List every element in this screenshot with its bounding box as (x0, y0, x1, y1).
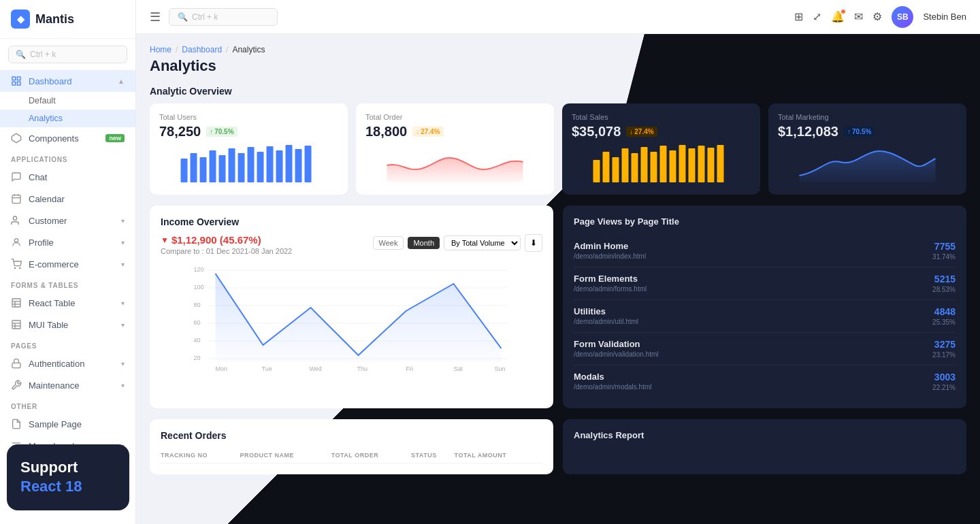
volume-select[interactable]: By Total Volume (444, 235, 521, 250)
section-forms: Forms & Tables (0, 275, 135, 292)
stat-value-sales: $35,078 (572, 124, 621, 140)
box-icon (11, 133, 22, 144)
week-button[interactable]: Week (373, 236, 404, 250)
sidebar-item-authentication[interactable]: Authentication ▾ (0, 353, 135, 374)
table2-icon (11, 319, 22, 330)
bottom-row: Recent Orders Tracking No Product Name T… (150, 419, 966, 474)
col-tracking: Tracking No (161, 448, 240, 463)
middle-row: Income Overview ▼ $1,12,900 (45.67%) Com… (150, 206, 966, 408)
notifications-button[interactable]: 🔔 (831, 10, 845, 23)
income-section: Income Overview ▼ $1,12,900 (45.67%) Com… (150, 206, 553, 408)
sidebar-item-label-ecommerce: E-commerce (29, 259, 79, 269)
svg-rect-29 (191, 153, 197, 182)
sidebar-item-ecommerce[interactable]: E-commerce ▾ (0, 253, 135, 275)
fullscreen-icon[interactable]: ⤢ (813, 10, 821, 23)
svg-text:Sun: Sun (495, 365, 506, 372)
chevron-down-icon-ecommerce: ▾ (121, 261, 125, 268)
download-button[interactable]: ⬇ (525, 234, 542, 252)
svg-rect-43 (603, 152, 610, 182)
svg-text:120: 120 (194, 266, 204, 273)
topbar-search-placeholder[interactable]: Ctrl + k (192, 12, 218, 22)
svg-text:20: 20 (194, 355, 201, 361)
mail-icon[interactable]: ✉ (854, 10, 863, 23)
logo-icon: ◆ (11, 10, 30, 29)
sidebar-item-label-dashboard: Dashboard (29, 76, 72, 86)
svg-rect-42 (593, 160, 600, 182)
chevron-down-icon-react-table: ▾ (121, 299, 125, 307)
badge-new: new (105, 134, 125, 142)
orders-title: Recent Orders (161, 430, 542, 441)
sidebar-item-profile[interactable]: Profile ▾ (0, 231, 135, 253)
svg-rect-31 (210, 150, 216, 182)
svg-rect-50 (670, 150, 676, 182)
svg-rect-49 (660, 146, 667, 182)
breadcrumb-current: Analytics (232, 45, 265, 54)
orders-table: Tracking No Product Name Total Order Sta… (161, 448, 542, 463)
pv-item-2: Form Elements /demo/admin/forms.html 521… (574, 267, 956, 300)
breadcrumb-home[interactable]: Home (150, 45, 172, 54)
sidebar-item-components[interactable]: Components new (0, 127, 135, 149)
breadcrumb-dashboard[interactable]: Dashboard (182, 45, 222, 54)
stat-value-users: 78,250 (159, 124, 201, 140)
svg-rect-3 (12, 82, 16, 85)
stat-card-users: Total Users 78,250 ↑ 70.5% (150, 103, 348, 195)
stat-badge-sales: ↓ 27.4% (626, 127, 657, 137)
chevron-down-icon-auth: ▾ (121, 360, 125, 367)
chevron-up-icon: ▲ (118, 78, 125, 85)
page-header: Home / Dashboard / Analytics Analytics (150, 45, 966, 75)
stat-badge-order: ↓ 27.4% (412, 127, 443, 137)
user-name[interactable]: Stebin Ben (923, 12, 966, 22)
sidebar-item-sample[interactable]: Sample Page (0, 413, 135, 435)
sales-bar-chart (572, 145, 751, 182)
sidebar-item-label-auth: Authentication (29, 359, 84, 369)
order-area-chart (365, 145, 544, 182)
analytics-report-title: Analytics Report (574, 430, 956, 440)
sidebar-subitem-analytics[interactable]: Analytics (0, 110, 135, 127)
settings-icon[interactable]: ⚙ (872, 10, 882, 23)
user-icon (11, 215, 22, 226)
marketing-area-chart (778, 145, 957, 182)
search-placeholder[interactable]: Ctrl + k (30, 50, 56, 59)
svg-rect-51 (679, 145, 686, 182)
sidebar-item-react-table[interactable]: React Table ▾ (0, 292, 135, 314)
sidebar-item-calendar[interactable]: Calendar (0, 188, 135, 210)
stat-card-sales: Total Sales $35,078 ↓ 27.4% (562, 103, 760, 195)
svg-point-8 (13, 216, 16, 220)
sidebar-subitem-default[interactable]: Default (0, 92, 135, 110)
sidebar-logo[interactable]: ◆ Mantis (0, 0, 135, 39)
col-status: Status (411, 448, 455, 463)
svg-text:Wed: Wed (310, 365, 322, 372)
sidebar-item-dashboard[interactable]: Dashboard ▲ (0, 70, 135, 92)
svg-rect-4 (12, 195, 20, 203)
income-title: Income Overview (161, 216, 542, 227)
svg-rect-30 (200, 157, 207, 182)
sidebar-item-label-components: Components (29, 133, 79, 144)
svg-rect-20 (12, 363, 20, 367)
income-line-chart: 120 100 80 60 40 20 Mon Tue Wed (161, 263, 542, 372)
stat-label-users: Total Users (159, 113, 338, 121)
svg-rect-44 (612, 157, 619, 182)
sidebar-search-area: 🔍 Ctrl + k (0, 39, 135, 70)
sidebar-item-customer[interactable]: Customer ▾ (0, 210, 135, 231)
svg-text:60: 60 (194, 319, 201, 326)
analytics-report-section: Analytics Report (563, 419, 966, 474)
svg-rect-28 (181, 159, 188, 182)
svg-rect-0 (12, 77, 16, 80)
menu-toggle-button[interactable]: ☰ (150, 10, 161, 24)
topbar-right: ⊞ ⤢ 🔔 ✉ ⚙ SB Stebin Ben (794, 6, 966, 28)
stat-card-order: Total Order 18,800 ↓ 27.4% (356, 103, 554, 195)
sidebar-item-maintenance[interactable]: Maintenance ▾ (0, 374, 135, 396)
apps-icon[interactable]: ⊞ (794, 10, 803, 23)
sidebar-item-mui-table[interactable]: MUI Table ▾ (0, 314, 135, 335)
file-icon (11, 419, 22, 429)
chat-icon (11, 171, 22, 182)
cart-icon (11, 259, 22, 269)
svg-point-11 (20, 267, 20, 268)
svg-rect-12 (12, 299, 20, 307)
month-button[interactable]: Month (408, 237, 440, 249)
sidebar-item-chat[interactable]: Chat (0, 166, 135, 188)
stat-cards-grid: Total Users 78,250 ↑ 70.5% (150, 103, 966, 195)
avatar[interactable]: SB (892, 6, 913, 28)
stat-card-marketing: Total Marketing $1,12,083 ↑ 70.5% (768, 103, 966, 195)
pv-item-5: Modals /demo/admin/modals.html 3003 22.2… (574, 365, 956, 397)
